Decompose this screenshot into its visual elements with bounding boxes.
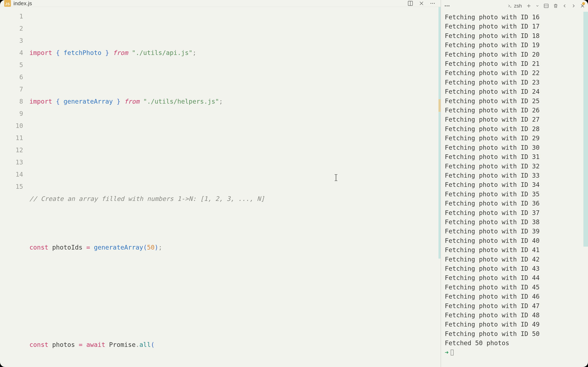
- split-editor-icon[interactable]: [407, 0, 413, 6]
- terminal-prompt[interactable]: ➜: [445, 348, 584, 357]
- window-modified-dot-icon: [582, 2, 585, 5]
- line-number: 11: [0, 132, 23, 144]
- terminal-output: Fetching photo with ID 16Fetching photo …: [445, 13, 584, 348]
- terminal-pane: zsh: [441, 0, 588, 367]
- code-line: import { fetchPhoto } from "./utils/api.…: [29, 47, 441, 59]
- line-number: 7: [0, 83, 23, 95]
- terminal-line: Fetching photo with ID 38: [445, 217, 584, 227]
- terminal-profile-button[interactable]: zsh: [507, 3, 522, 9]
- line-number: 5: [0, 59, 23, 71]
- terminal-line: Fetching photo with ID 41: [445, 245, 584, 255]
- editor-body[interactable]: 1 2 3 4 5 6 7 8 9 10 11 12 13 14 15 impo…: [0, 7, 441, 367]
- terminal-line: Fetching photo with ID 48: [445, 311, 584, 320]
- terminal-line: Fetching photo with ID 34: [445, 180, 584, 189]
- tab-index-js[interactable]: JS index.js: [0, 0, 36, 7]
- editor-tab-actions: [407, 0, 439, 6]
- terminal-line: Fetching photo with ID 30: [445, 143, 584, 152]
- terminal-line: Fetching photo with ID 42: [445, 255, 584, 264]
- svg-point-9: [448, 5, 450, 7]
- code-line: [29, 144, 441, 156]
- terminal-line: Fetching photo with ID 28: [445, 124, 584, 133]
- terminal-line: Fetching photo with ID 40: [445, 236, 584, 245]
- terminal-line: Fetching photo with ID 32: [445, 162, 584, 171]
- more-icon[interactable]: [444, 3, 450, 9]
- terminal-line: Fetching photo with ID 25: [445, 96, 584, 106]
- terminal-line: Fetching photo with ID 36: [445, 199, 584, 208]
- line-number: 15: [0, 181, 23, 193]
- terminal-line: Fetching photo with ID 47: [445, 301, 584, 311]
- svg-point-6: [434, 3, 435, 4]
- terminal-line: Fetching photo with ID 43: [445, 264, 584, 273]
- line-number: 12: [0, 144, 23, 156]
- terminal-line: Fetching photo with ID 31: [445, 152, 584, 161]
- terminal-line: Fetching photo with ID 27: [445, 115, 584, 124]
- svg-point-4: [431, 3, 431, 4]
- terminal-toolbar: zsh: [441, 0, 588, 12]
- terminal-line: Fetching photo with ID 39: [445, 227, 584, 236]
- terminal-line: Fetching photo with ID 29: [445, 133, 584, 143]
- chevron-left-icon[interactable]: [562, 4, 567, 8]
- line-number: 3: [0, 35, 23, 47]
- code-line: const photoIds = generateArray(50);: [29, 241, 441, 254]
- line-number: 10: [0, 120, 23, 132]
- chevron-right-icon[interactable]: [571, 4, 576, 8]
- terminal-line: Fetching photo with ID 20: [445, 50, 584, 59]
- close-icon[interactable]: [419, 1, 424, 6]
- terminal-line: Fetching photo with ID 19: [445, 41, 584, 50]
- terminal-line: Fetching photo with ID 45: [445, 283, 584, 292]
- code-line: const photos = await Promise.all(: [29, 339, 441, 351]
- terminal-line: Fetching photo with ID 50: [445, 329, 584, 338]
- tab-bar: JS index.js: [0, 0, 441, 7]
- terminal-line: Fetching photo with ID 16: [445, 13, 584, 22]
- terminal-body[interactable]: Fetching photo with ID 16Fetching photo …: [441, 12, 588, 367]
- terminal-line: Fetched 50 photos: [445, 338, 584, 348]
- terminal-line: Fetching photo with ID 21: [445, 59, 584, 68]
- terminal-line: Fetching photo with ID 33: [445, 171, 584, 180]
- editor-pane: JS index.js 1 2 3 4 5: [0, 0, 441, 367]
- trash-icon[interactable]: [553, 3, 558, 8]
- svg-point-7: [445, 5, 446, 7]
- code-area[interactable]: import { fetchPhoto } from "./utils/api.…: [29, 7, 441, 367]
- line-number: 1: [0, 10, 23, 22]
- code-line: [29, 290, 441, 302]
- app-window: JS index.js 1 2 3 4 5: [0, 0, 588, 367]
- line-number: 13: [0, 156, 23, 168]
- terminal-scrollbar[interactable]: [583, 12, 588, 247]
- line-gutter: 1 2 3 4 5 6 7 8 9 10 11 12 13 14 15: [0, 7, 29, 367]
- terminal-line: Fetching photo with ID 18: [445, 31, 584, 41]
- line-number: 14: [0, 168, 23, 181]
- terminal-line: Fetching photo with ID 35: [445, 190, 584, 199]
- chevron-down-icon[interactable]: [536, 4, 539, 8]
- terminal-shell-label: zsh: [514, 3, 522, 9]
- line-number: 2: [0, 22, 23, 35]
- svg-point-8: [447, 5, 448, 7]
- terminal-line: Fetching photo with ID 23: [445, 78, 584, 87]
- terminal-line: Fetching photo with ID 24: [445, 87, 584, 96]
- overview-ruler[interactable]: [436, 7, 441, 367]
- js-file-icon: JS: [4, 0, 11, 7]
- terminal-line: Fetching photo with ID 46: [445, 292, 584, 301]
- split-terminal-icon[interactable]: [544, 3, 549, 8]
- tab-filename: index.js: [13, 0, 32, 7]
- line-number: 8: [0, 95, 23, 108]
- code-line: // Create an array filled with numbers 1…: [29, 193, 441, 205]
- svg-point-5: [432, 3, 433, 4]
- line-number: 9: [0, 108, 23, 120]
- terminal-cursor-icon: [451, 350, 454, 355]
- code-line: import { generateArray } from "./utils/h…: [29, 95, 441, 108]
- terminal-line: Fetching photo with ID 17: [445, 22, 584, 31]
- line-number: 6: [0, 71, 23, 83]
- more-icon[interactable]: [430, 0, 436, 6]
- terminal-line: Fetching photo with ID 22: [445, 68, 584, 78]
- terminal-line: Fetching photo with ID 26: [445, 106, 584, 115]
- terminal-line: Fetching photo with ID 37: [445, 208, 584, 217]
- line-number: 4: [0, 47, 23, 59]
- terminal-line: Fetching photo with ID 44: [445, 273, 584, 283]
- new-terminal-icon[interactable]: [526, 3, 531, 8]
- terminal-line: Fetching photo with ID 49: [445, 320, 584, 329]
